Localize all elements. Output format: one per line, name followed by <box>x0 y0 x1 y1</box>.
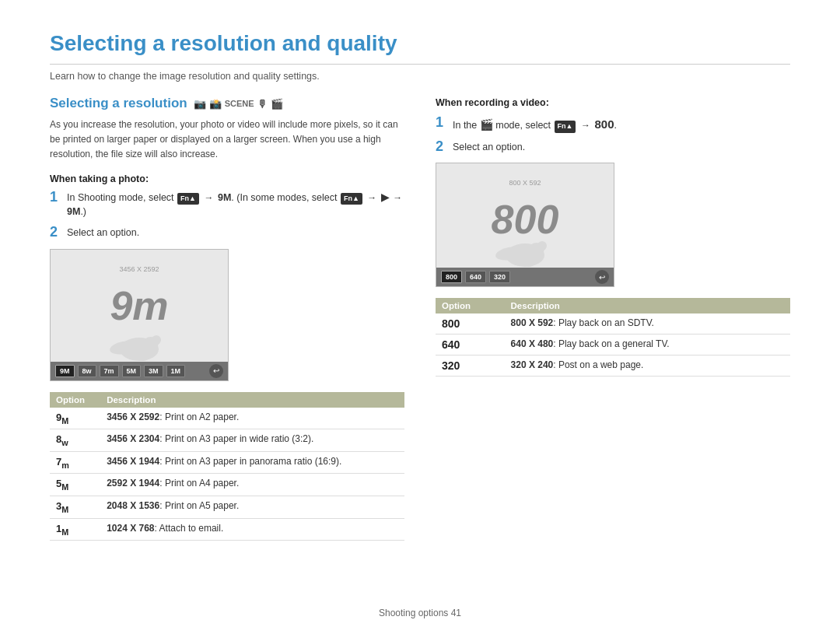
table-row: 5M 2592 X 1944: Print on A4 paper. <box>50 474 404 496</box>
table-row: 9M 3456 X 2592: Print on A2 paper. <box>50 408 404 429</box>
scene-icon: SCENE <box>225 99 254 108</box>
table-row: 7m 3456 X 1944: Print on A3 paper in pan… <box>50 451 404 474</box>
video-big-label: 800 <box>492 196 559 243</box>
page-subtitle: Learn how to change the image resolution… <box>50 71 790 82</box>
option-9m: 9M <box>50 408 100 429</box>
step1-number: 1 <box>50 189 62 220</box>
left-column: Selecting a resolution 📷 📸 SCENE 🎙 🎬 As … <box>50 96 404 541</box>
desc-1m: 1024 X 768: Attach to email. <box>100 518 404 541</box>
svg-point-5 <box>138 356 148 361</box>
desc-320: 320 X 240: Post on a web page. <box>505 356 790 377</box>
svg-point-4 <box>127 355 136 359</box>
back-button-photo[interactable]: ↩ <box>209 364 223 378</box>
right-column: When recording a video: 1 In the 🎬 mode,… <box>436 96 790 541</box>
desc-8w: 3456 X 2304: Print on A3 paper in wide r… <box>100 429 404 452</box>
toolbar-btn-8w[interactable]: 8w <box>78 365 96 377</box>
option-3m: 3M <box>50 496 100 519</box>
section-description: As you increase the resolution, your pho… <box>50 117 404 163</box>
photo-icon: 📸 <box>209 98 222 110</box>
video-mode-icon: 🎬 <box>480 118 493 131</box>
svg-point-2 <box>152 335 161 345</box>
step1-photo: 1 In Shooting mode, select Fn▲ → 9M. (In… <box>50 189 404 220</box>
fn-key-video: Fn▲ <box>555 121 576 133</box>
toolbar-btn-9m[interactable]: 9M <box>55 365 75 377</box>
desc-5m: 2592 X 1944: Print on A4 paper. <box>100 474 404 496</box>
toolbar-btn-5m[interactable]: 5M <box>122 365 142 377</box>
option-1m: 1M <box>50 518 100 541</box>
footer-text: Shooting options 41 <box>379 608 461 618</box>
desc-7m: 3456 X 1944: Print on A3 paper in panora… <box>100 451 404 474</box>
option-640: 640 <box>436 335 505 356</box>
table-row: 800 800 X 592: Play back on an SDTV. <box>436 313 790 335</box>
step2-video: 2 Select an option. <box>436 138 790 156</box>
option-7m: 7m <box>50 451 100 474</box>
step2-number: 2 <box>50 224 62 241</box>
res-9m-2: 9M <box>67 206 80 217</box>
video-table-header-desc: Description <box>505 298 790 313</box>
page-title: Selecting a resolution and quality <box>50 31 790 65</box>
video-small-icon: 🎬 <box>271 98 283 110</box>
step2-text: Select an option. <box>67 224 404 241</box>
step1-video-number: 1 <box>436 114 448 134</box>
video-preview-box: 800 X 592 800 800 640 320 ↩ <box>436 163 614 287</box>
step2-video-text: Select an option. <box>453 138 790 156</box>
fn-key-1: Fn▲ <box>177 193 199 205</box>
table-row: 320 320 X 240: Post on a web page. <box>436 356 790 377</box>
back-button-video[interactable]: ↩ <box>595 270 609 284</box>
photo-res-tag: 3456 X 2592 <box>119 265 159 273</box>
toolbar-btn-640[interactable]: 640 <box>465 271 486 283</box>
fn-key-2: Fn▲ <box>341 193 362 205</box>
table-header-option: Option <box>50 392 100 408</box>
photo-preview-inner: 3456 X 2592 9m <box>51 250 228 380</box>
step2-video-number: 2 <box>436 138 448 156</box>
table-row: 3M 2048 X 1536: Print on A5 paper. <box>50 496 404 519</box>
video-res-tag: 800 X 592 <box>509 179 541 187</box>
photo-heading: When taking a photo: <box>50 173 404 184</box>
desc-3m: 2048 X 1536: Print on A5 paper. <box>100 496 404 519</box>
video-heading: When recording a video: <box>436 97 790 108</box>
step2-photo: 2 Select an option. <box>50 224 404 241</box>
option-8w: 8w <box>50 429 100 452</box>
photo-big-label: 9m <box>110 282 168 329</box>
section-title-text: Selecting a resolution <box>50 96 187 111</box>
svg-point-10 <box>513 261 522 265</box>
step1-video-text: In the 🎬 mode, select Fn▲ → 800. <box>453 114 790 134</box>
table-row: 8w 3456 X 2304: Print on A3 paper in wid… <box>50 429 404 452</box>
step1-text: In Shooting mode, select Fn▲ → 9M. (In s… <box>67 189 404 220</box>
svg-point-11 <box>524 262 534 267</box>
video-option-table: Option Description 800 800 X 592: Play b… <box>436 298 790 377</box>
res-9m: 9M <box>218 192 231 203</box>
desc-800: 800 X 592: Play back on an SDTV. <box>505 313 790 335</box>
option-320: 320 <box>436 356 505 377</box>
option-800: 800 <box>436 313 505 335</box>
mic-icon: 🎙 <box>257 98 268 110</box>
toolbar-btn-7m[interactable]: 7m <box>100 365 119 377</box>
photo-preview-box: 3456 X 2592 9m 9M 8w 7m 5M 3M 1M ↩ <box>50 249 229 381</box>
desc-9m: 3456 X 2592: Print on A2 paper. <box>100 408 404 429</box>
table-header-desc: Description <box>100 392 404 408</box>
footer: Shooting options 41 <box>0 608 840 618</box>
photo-option-table: Option Description 9M 3456 X 2592: Print… <box>50 392 404 541</box>
step1-video: 1 In the 🎬 mode, select Fn▲ → 800. <box>436 114 790 134</box>
table-row: 1M 1024 X 768: Attach to email. <box>50 518 404 541</box>
toolbar-btn-1m[interactable]: 1M <box>166 365 186 377</box>
section-title-resolution: Selecting a resolution 📷 📸 SCENE 🎙 🎬 <box>50 96 404 111</box>
video-preview-toolbar: 800 640 320 ↩ <box>436 268 614 286</box>
desc-640: 640 X 480: Play back on a general TV. <box>505 335 790 356</box>
res-800: 800 <box>594 117 614 131</box>
camera-icon: 📷 <box>194 98 206 110</box>
toolbar-btn-800[interactable]: 800 <box>441 271 462 283</box>
toolbar-btn-320[interactable]: 320 <box>489 271 510 283</box>
toolbar-btn-3m[interactable]: 3M <box>144 365 163 377</box>
photo-preview-toolbar: 9M 8w 7m 5M 3M 1M ↩ <box>51 362 228 380</box>
option-5m: 5M <box>50 474 100 496</box>
video-table-header-option: Option <box>436 298 505 313</box>
table-row: 640 640 X 480: Play back on a general TV… <box>436 335 790 356</box>
